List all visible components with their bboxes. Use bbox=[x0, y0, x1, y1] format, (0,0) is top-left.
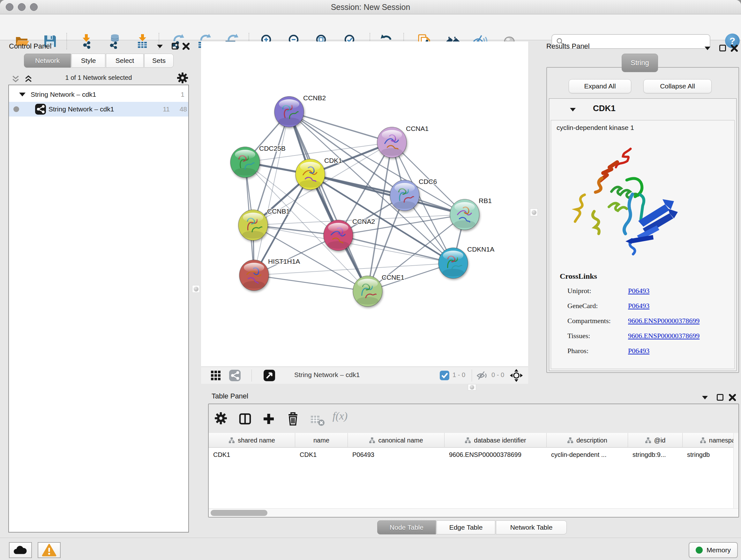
function-builder-icon-disabled: f(x) bbox=[333, 410, 347, 422]
results-panel-menu-icon[interactable] bbox=[704, 47, 711, 50]
table-cell[interactable]: 9606.ENSP00000378699 bbox=[445, 448, 547, 462]
network-node-CCNE1[interactable] bbox=[353, 276, 382, 307]
network-node-CCNA2[interactable] bbox=[324, 220, 353, 251]
network-collection-row[interactable]: String Network – cdk1 1 bbox=[9, 88, 188, 101]
network-canvas[interactable]: CCNB2CCNA1CDC25BCDK1CDC6RB1CCNB1CCNA2CDK… bbox=[201, 42, 528, 367]
viewbar-divider bbox=[252, 369, 252, 381]
node-label-CDKN1A: CDKN1A bbox=[467, 246, 494, 253]
window-title: Session: New Session bbox=[0, 3, 741, 12]
column-type-icon bbox=[369, 437, 375, 443]
network-node-CDKN1A[interactable] bbox=[439, 248, 468, 278]
network-node-CDC6[interactable] bbox=[390, 180, 419, 211]
table-cell[interactable]: stringdb:9... bbox=[628, 448, 683, 462]
gene-section-collapse-icon[interactable] bbox=[570, 108, 576, 111]
tab-style[interactable]: Style bbox=[71, 54, 105, 68]
network-node-RB1[interactable] bbox=[450, 199, 479, 230]
crosslink-row: Pharos:P06493 bbox=[567, 347, 589, 362]
network-view-type-icon[interactable] bbox=[229, 370, 241, 382]
table-cell[interactable]: P06493 bbox=[348, 448, 445, 462]
grid-view-icon[interactable] bbox=[211, 370, 221, 382]
network-edge[interactable] bbox=[254, 275, 367, 291]
tab-network-table[interactable]: Network Table bbox=[496, 520, 567, 535]
table-cell[interactable]: CDK1 bbox=[295, 448, 348, 462]
import-network-file-icon[interactable] bbox=[79, 34, 94, 49]
results-panel-close-icon[interactable] bbox=[731, 45, 738, 52]
network-node-CDK1[interactable] bbox=[295, 159, 325, 190]
results-panel-float-icon[interactable] bbox=[719, 45, 726, 51]
network-edge[interactable] bbox=[289, 112, 392, 142]
selected-nodes-checkbox[interactable] bbox=[440, 371, 449, 380]
crosslink-label: Pharos: bbox=[567, 347, 589, 355]
left-splitter-handle[interactable] bbox=[192, 285, 200, 293]
network-node-CCNA1[interactable] bbox=[377, 127, 407, 158]
table-vertical-scrollbar[interactable] bbox=[733, 433, 738, 508]
tab-select[interactable]: Select bbox=[106, 54, 144, 68]
scrollbar-thumb[interactable] bbox=[211, 510, 267, 516]
crosslink-value-link[interactable]: P06493 bbox=[628, 287, 650, 295]
column-header-namespace[interactable]: namespace bbox=[683, 433, 738, 448]
tab-edge-table[interactable]: Edge Table bbox=[436, 520, 495, 535]
memory-button[interactable]: Memory bbox=[689, 542, 738, 558]
network-edge[interactable] bbox=[310, 174, 465, 214]
show-columns-icon[interactable] bbox=[239, 413, 252, 425]
collection-expand-icon[interactable] bbox=[19, 92, 25, 97]
crosslink-value-link[interactable]: 9606.ENSP00000378699 bbox=[628, 317, 699, 325]
network-options-gear-icon[interactable] bbox=[177, 72, 188, 84]
cloud-status-button[interactable] bbox=[9, 542, 32, 558]
add-column-plus-icon[interactable] bbox=[262, 413, 275, 425]
crosslink-row: Tissues:9606.ENSP00000378699 bbox=[567, 332, 590, 347]
network-node-CDC25B[interactable] bbox=[230, 147, 260, 178]
column-header-canonical-name[interactable]: canonical name bbox=[348, 433, 445, 448]
table-cell[interactable]: cyclin-dependent ... bbox=[547, 448, 628, 462]
table-panel-float-icon[interactable] bbox=[717, 394, 724, 401]
import-table-file-icon[interactable] bbox=[135, 34, 150, 49]
results-panel-title: Results Panel bbox=[546, 42, 590, 51]
network-edge[interactable] bbox=[289, 112, 367, 291]
node-label-CCNA1: CCNA1 bbox=[406, 125, 428, 132]
network-node-CCNB1[interactable] bbox=[239, 210, 268, 240]
column-header-name[interactable]: name bbox=[295, 433, 348, 448]
collapse-all-button[interactable]: Collapse All bbox=[643, 79, 712, 93]
crosslink-value-link[interactable]: P06493 bbox=[628, 347, 650, 355]
birdseye-view-icon[interactable] bbox=[264, 370, 275, 382]
delete-column-trash-icon[interactable] bbox=[286, 412, 299, 426]
column-header--id[interactable]: @id bbox=[628, 433, 683, 448]
network-row-selected[interactable]: String Network – cdk1 11 48 bbox=[9, 102, 188, 117]
column-header-description[interactable]: description bbox=[547, 433, 628, 448]
table-horizontal-scrollbar[interactable] bbox=[209, 508, 738, 517]
table-options-gear-icon[interactable] bbox=[214, 412, 227, 425]
crosslink-value-link[interactable]: 9606.ENSP00000378699 bbox=[628, 332, 699, 340]
current-network-bullet-icon bbox=[13, 106, 19, 112]
column-type-icon bbox=[228, 437, 235, 443]
column-header-database-identifier[interactable]: database identifier bbox=[445, 433, 547, 448]
pan-crosshair-icon[interactable] bbox=[509, 368, 523, 384]
network-edge[interactable] bbox=[254, 112, 289, 275]
table-cell[interactable]: CDK1 bbox=[209, 448, 295, 462]
import-network-database-icon[interactable] bbox=[107, 34, 122, 49]
results-tab-string[interactable]: String bbox=[622, 54, 658, 72]
hidden-counter: 0 - 0 bbox=[491, 371, 504, 379]
gene-symbol: CDK1 bbox=[593, 104, 616, 113]
tab-node-table[interactable]: Node Table bbox=[377, 520, 436, 535]
tab-sets[interactable]: Sets bbox=[144, 54, 174, 68]
bottom-splitter-handle[interactable] bbox=[468, 384, 476, 390]
table-panel-menu-icon[interactable] bbox=[702, 396, 708, 399]
crosslink-label: Tissues: bbox=[567, 332, 590, 340]
control-panel-menu-icon[interactable] bbox=[157, 45, 163, 48]
node-label-HIST1H1A: HIST1H1A bbox=[268, 258, 300, 265]
tab-network[interactable]: Network bbox=[24, 54, 71, 68]
control-panel-close-icon[interactable] bbox=[183, 43, 190, 50]
warning-status-button[interactable] bbox=[38, 542, 61, 558]
table-panel-close-icon[interactable] bbox=[729, 394, 736, 401]
network-node-HIST1H1A[interactable] bbox=[239, 260, 269, 291]
column-header-shared-name[interactable]: shared name bbox=[209, 433, 295, 448]
crosslink-value-link[interactable]: P06493 bbox=[628, 302, 650, 310]
right-splitter-handle[interactable] bbox=[530, 208, 538, 216]
collection-label: String Network – cdk1 bbox=[30, 91, 96, 98]
control-panel-float-icon[interactable] bbox=[172, 43, 179, 50]
expand-all-button[interactable]: Expand All bbox=[569, 79, 631, 93]
network-node-CCNB2[interactable] bbox=[274, 97, 304, 127]
table-cell[interactable]: stringdb bbox=[683, 448, 738, 462]
network-selection-status: 1 of 1 Network selected bbox=[8, 74, 189, 81]
warning-icon bbox=[42, 544, 57, 557]
